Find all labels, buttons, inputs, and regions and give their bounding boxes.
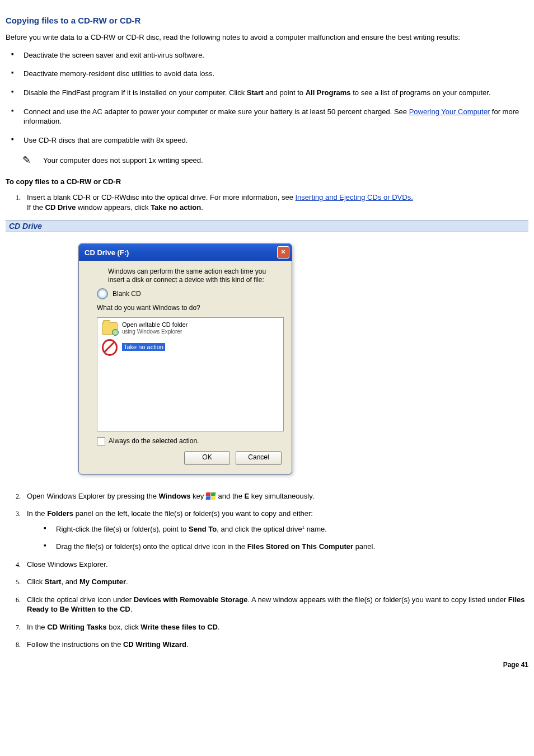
pencil-icon: ✎: [22, 154, 31, 166]
note-item: Use CD-R discs that are compatible with …: [11, 135, 528, 145]
notes-list: Deactivate the screen saver and exit ant…: [6, 50, 528, 145]
step-3-sub-b: Drag the file(s) or folder(s) onto the o…: [44, 542, 528, 552]
step-1: Insert a blank CD-R or CD-RWdisc into th…: [22, 192, 528, 212]
ok-button[interactable]: OK: [184, 451, 230, 465]
note-callout: ✎ Your computer does not support 1x writ…: [22, 154, 528, 166]
procedure-list-cont: Open Windows Explorer by pressing the Wi…: [6, 491, 528, 650]
cd-icon: [97, 288, 108, 299]
folder-icon: [102, 322, 118, 335]
dialog-question: What do you want Windows to do?: [97, 304, 284, 313]
dialog-titlebar: CD Drive (F:) ×: [79, 244, 292, 261]
option-take-no-action[interactable]: Take no action: [99, 338, 282, 357]
step-8: Follow the instructions on the CD Writin…: [22, 640, 528, 650]
note-item: Connect and use the AC adapter to power …: [11, 107, 528, 126]
step-4: Close Windows Explorer.: [22, 560, 528, 570]
link-powering-your-computer[interactable]: Powering Your Computer: [409, 107, 490, 116]
dialog-instruction: Windows can perform the same action each…: [108, 267, 284, 284]
step-5: Click Start, and My Computer.: [22, 577, 528, 587]
close-button[interactable]: ×: [277, 246, 289, 259]
windows-key-icon: [206, 492, 216, 500]
action-listbox[interactable]: Open writable CD folder using Windows Ex…: [97, 317, 284, 431]
step-6: Click the optical drive icon under Devic…: [22, 595, 528, 614]
note-item: Deactivate the screen saver and exit ant…: [11, 50, 528, 60]
note-text: Your computer does not support 1x writin…: [43, 156, 203, 165]
cd-drive-dialog: CD Drive (F:) × Windows can perform the …: [78, 243, 292, 474]
intro-paragraph: Before you write data to a CD-RW or CD-R…: [6, 33, 528, 43]
step-2: Open Windows Explorer by pressing the Wi…: [22, 491, 528, 501]
cancel-button[interactable]: Cancel: [236, 451, 282, 465]
note-item: Disable the FindFast program if it is in…: [11, 88, 528, 98]
step-7: In the CD Writing Tasks box, click Write…: [22, 622, 528, 632]
step-3: In the Folders panel on the left, locate…: [22, 509, 528, 552]
always-do-checkbox[interactable]: [97, 437, 105, 445]
procedure-list: Insert a blank CD-R or CD-RWdisc into th…: [6, 192, 528, 212]
link-inserting-ejecting[interactable]: Inserting and Ejecting CDs or DVDs.: [295, 193, 413, 201]
procedure-heading: To copy files to a CD-RW or CD-R: [6, 177, 528, 187]
page-number: Page 41: [503, 661, 528, 669]
media-type-label: Blank CD: [113, 290, 141, 298]
checkbox-label: Always do the selected action.: [109, 437, 199, 445]
section-heading: Copying files to a CD-RW or CD-R: [6, 16, 528, 25]
no-action-icon: [102, 339, 118, 356]
step-3-sub-a: Right-click the file(s) or folder(s), po…: [44, 524, 528, 534]
figure-caption: CD Drive: [6, 220, 528, 232]
note-item: Deactivate memory-resident disc utilitie…: [11, 69, 528, 79]
dialog-title: CD Drive (F:): [85, 248, 129, 257]
option-open-writable-folder[interactable]: Open writable CD folder using Windows Ex…: [99, 319, 282, 338]
